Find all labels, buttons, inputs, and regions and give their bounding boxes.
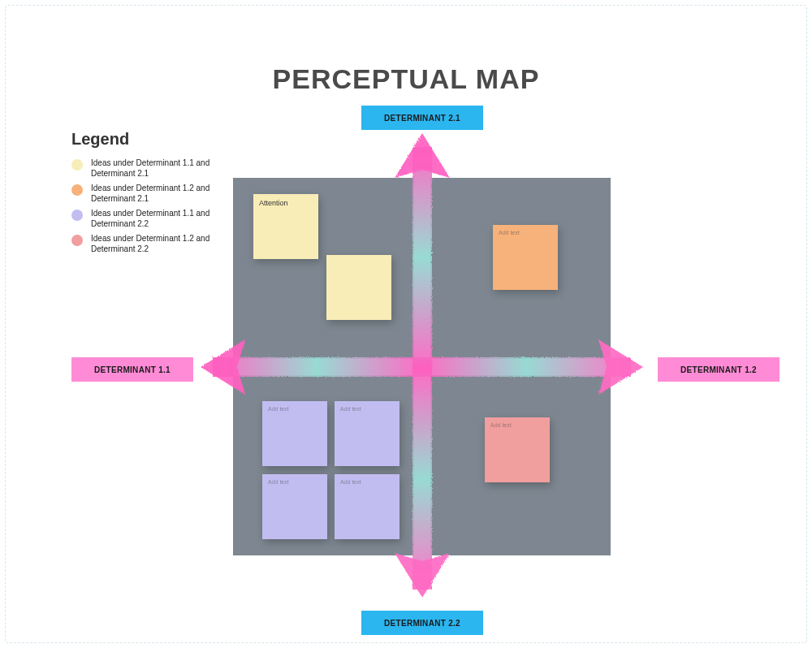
note-text: Add text xyxy=(490,422,512,428)
sticky-note[interactable]: Add text xyxy=(262,401,327,466)
sticky-note[interactable]: Add text xyxy=(493,225,558,290)
page-title: PERCEPTUAL MAP xyxy=(0,63,812,95)
legend-label: Ideas under Determinant 1.2 and Determin… xyxy=(91,184,242,204)
sticky-note[interactable] xyxy=(326,255,391,320)
determinant-bottom[interactable]: DETERMINANT 2.2 xyxy=(361,611,483,635)
legend-label: Ideas under Determinant 1.1 and Determin… xyxy=(91,209,242,229)
legend: Legend Ideas under Determinant 1.1 and D… xyxy=(71,130,242,259)
legend-item: Ideas under Determinant 1.1 and Determin… xyxy=(71,158,242,179)
swatch-icon xyxy=(71,210,83,221)
legend-item: Ideas under Determinant 1.2 and Determin… xyxy=(71,184,242,204)
legend-label: Ideas under Determinant 1.2 and Determin… xyxy=(91,234,242,254)
determinant-label: DETERMINANT 2.2 xyxy=(384,619,460,628)
note-text: Add text xyxy=(499,230,520,235)
sticky-note[interactable]: Add text xyxy=(262,474,327,539)
note-text: Add text xyxy=(340,406,361,412)
perceptual-map-grid[interactable]: Attention Add text Add text Add text Add… xyxy=(233,178,611,555)
determinant-left[interactable]: DETERMINANT 1.1 xyxy=(71,357,193,382)
determinant-top[interactable]: DETERMINANT 2.1 xyxy=(361,106,483,130)
note-text: Add text xyxy=(268,406,289,412)
note-text: Add text xyxy=(268,479,289,485)
note-text: Attention xyxy=(259,199,288,207)
sticky-note[interactable]: Add text xyxy=(335,401,400,466)
determinant-right[interactable]: DETERMINANT 1.2 xyxy=(658,357,780,382)
sticky-note[interactable]: Attention xyxy=(253,194,318,259)
note-text: Add text xyxy=(340,479,361,485)
sticky-note[interactable]: Add text xyxy=(335,474,400,539)
determinant-label: DETERMINANT 1.2 xyxy=(680,365,757,374)
legend-item: Ideas under Determinant 1.2 and Determin… xyxy=(71,234,242,254)
determinant-label: DETERMINANT 2.1 xyxy=(384,114,460,123)
legend-label: Ideas under Determinant 1.1 and Determin… xyxy=(91,158,242,179)
swatch-icon xyxy=(71,235,83,246)
grid-divider-vertical xyxy=(414,178,430,555)
legend-item: Ideas under Determinant 1.1 and Determin… xyxy=(71,209,242,229)
swatch-icon xyxy=(71,159,83,171)
swatch-icon xyxy=(71,184,83,196)
determinant-label: DETERMINANT 1.1 xyxy=(94,365,171,374)
sticky-note[interactable]: Add text xyxy=(485,417,550,482)
legend-heading: Legend xyxy=(71,130,242,149)
